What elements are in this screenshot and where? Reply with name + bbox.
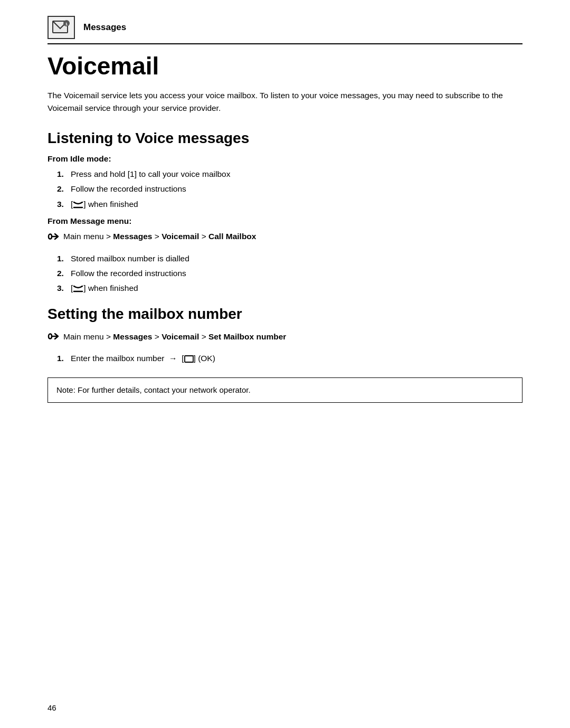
page: 1 Messages Voicemail The Voicemail servi…: [0, 0, 570, 728]
subsection1-label: From Idle mode:: [48, 154, 522, 164]
set-mailbox-steps: 1. Enter the mailbox number → [] (OK): [57, 352, 522, 364]
idle-mode-steps: 1. Press and hold [1] to call your voice…: [57, 168, 522, 210]
menu-step-2: 2. Follow the recorded instructions: [57, 267, 522, 279]
intro-text: The Voicemail service lets you access yo…: [48, 89, 522, 115]
nav-path-2: Main menu > Messages > Voicemail > Set M…: [48, 330, 522, 347]
svg-text:1: 1: [65, 22, 68, 26]
mailbox-step-1: 1. Enter the mailbox number → [] (OK): [57, 352, 522, 364]
header-title: Messages: [83, 22, 126, 33]
nav-path-1: Main menu > Messages > Voicemail > Call …: [48, 230, 522, 247]
note-box: Note: For further details, contact your …: [48, 377, 522, 403]
page-header: 1 Messages: [48, 16, 522, 44]
page-title: Voicemail: [48, 53, 522, 80]
section2-title: Setting the mailbox number: [48, 305, 522, 323]
message-menu-steps: 1. Stored mailbox number is dialled 2. F…: [57, 252, 522, 295]
idle-step-1: 1. Press and hold [1] to call your voice…: [57, 168, 522, 180]
svg-rect-5: [185, 356, 193, 362]
menu-step-1: 1. Stored mailbox number is dialled: [57, 252, 522, 264]
subsection2-label: From Message menu:: [48, 216, 522, 226]
menu-step-3: 3. [] when finished: [57, 282, 522, 294]
section1-title: Listening to Voice messages: [48, 129, 522, 147]
idle-step-3: 3. [] when finished: [57, 198, 522, 210]
note-text: Note: For further details, contact your …: [56, 385, 251, 394]
messages-icon: 1: [48, 16, 75, 39]
page-number: 46: [48, 703, 56, 712]
idle-step-2: 2. Follow the recorded instructions: [57, 183, 522, 195]
